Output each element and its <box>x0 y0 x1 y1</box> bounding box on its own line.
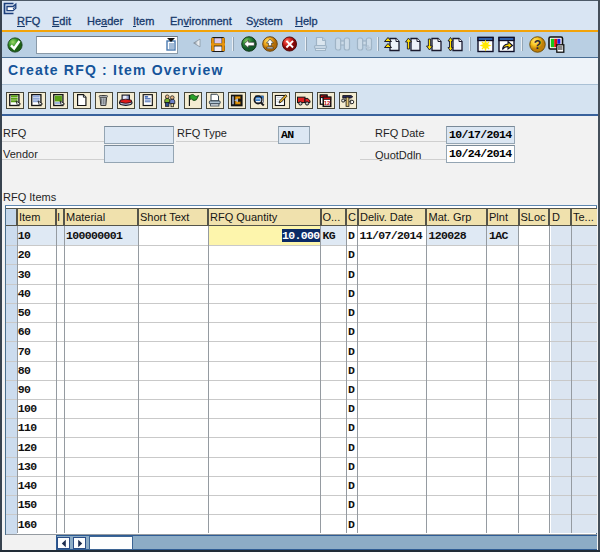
svg-text:12: 12 <box>324 100 331 106</box>
svg-text:?: ? <box>534 38 542 52</box>
